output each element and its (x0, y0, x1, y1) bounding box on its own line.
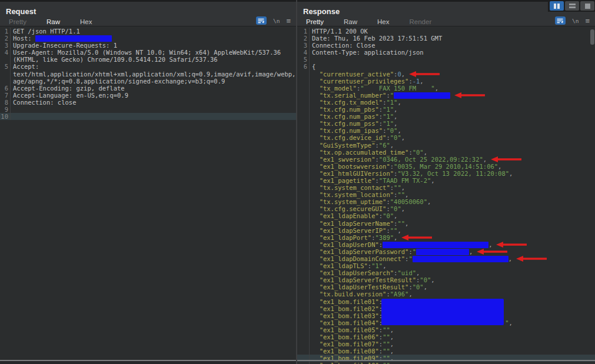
soft-wrap-icon[interactable] (555, 16, 566, 25)
code-line[interactable]: 5Accept: (0, 63, 296, 70)
line-number (0, 78, 11, 85)
code-line[interactable]: "tx.cfg.num_pss":"1", (297, 120, 595, 127)
code-line[interactable]: "tx.system_contact":"", (297, 184, 595, 191)
code-line[interactable]: 4User-Agent: Mozilla/5.0 (Windows NT 10.… (0, 49, 296, 56)
code-line[interactable]: "ex1_ldapServerName":"", (297, 220, 595, 227)
line-number (297, 71, 310, 78)
code-line[interactable]: "ex1_ldapServerTestResult":"0", (297, 276, 595, 283)
line-number: 5 (0, 63, 11, 70)
code-line-text: Content-Type: application/json (310, 49, 595, 56)
code-line-text: "tx.cfg.tx_model":"1", (310, 99, 595, 106)
layout-button-group (548, 0, 595, 12)
code-line-text: "tx.cfg.device_id":"0", (310, 134, 595, 141)
code-line[interactable]: "ex1_ldapUserSearch":"uid", (297, 269, 595, 276)
line-number: 1 (0, 28, 11, 35)
code-line-text: "ex1_pagetitle":"TAAD FM TX-2", (310, 177, 595, 184)
code-line[interactable]: 6{ (297, 63, 595, 70)
code-line[interactable]: "currentuser_active":0, (297, 71, 595, 78)
code-line[interactable]: "tx_model":" FAX 150 FM ", (297, 85, 595, 92)
request-tabs: PrettyRawHex (6, 16, 109, 26)
code-line[interactable]: "ex1_swversion":"0346, Oct 25 2022,09:22… (297, 156, 595, 163)
code-line[interactable]: "ex1_ldapPort":"389", (297, 234, 595, 241)
code-line-text: Connection: close (11, 99, 296, 106)
code-line[interactable]: "tx.cfg.device_id":"0", (297, 134, 595, 141)
code-line[interactable]: "GuiSystemType":"6", (297, 142, 595, 149)
newline-toggle[interactable]: \n (273, 18, 280, 24)
panel-title: Response (303, 7, 340, 16)
code-line[interactable]: 6Accept-Encoding: gzip, deflate (0, 85, 296, 92)
code-line[interactable]: 10 (0, 113, 296, 120)
editor-menu-icon[interactable]: ≡ (286, 17, 291, 25)
redaction-overlay (413, 256, 508, 262)
soft-wrap-icon[interactable] (256, 16, 267, 25)
code-line[interactable]: "ex1_ldapDomainConnect":", (297, 255, 595, 262)
code-line[interactable]: "ex1_bom.file08":"", (297, 348, 595, 355)
line-number (297, 205, 310, 212)
code-line[interactable]: "tx.system_location":"", (297, 191, 595, 198)
code-line-text: "currentuser_privileges":-1, (310, 78, 595, 85)
line-number (297, 305, 310, 312)
editor-bottom-divider (297, 360, 595, 361)
line-number: 9 (0, 106, 11, 113)
scrollbar-thumb[interactable] (590, 29, 594, 45)
code-line[interactable]: 2Date: Thu, 16 Feb 2023 17:51:51 GMT (297, 35, 595, 42)
tab-hex[interactable]: Hex (374, 18, 392, 26)
code-line[interactable]: 4Content-Type: application/json (297, 49, 595, 56)
code-line[interactable]: "ex1_ldapUserTestResult":"0", (297, 283, 595, 290)
code-line[interactable]: "tx.build.version":"A96", (297, 290, 595, 298)
code-line[interactable]: 9 (0, 106, 296, 113)
code-line[interactable]: "tx.cfg.num_pas":"1", (297, 113, 595, 120)
code-line[interactable]: "ex1_ldapServerPassword":", (297, 248, 595, 255)
code-line[interactable]: "ex1_htmlGUIVersion":"V3.32, Oct 13 2022… (297, 170, 595, 177)
code-line[interactable]: "tx.cfg.num_pbs":"1", (297, 106, 595, 113)
code-line-text (11, 113, 296, 120)
code-line[interactable]: "tx.serial_number":" (297, 92, 595, 99)
code-line[interactable]: (KHTML, like Gecko) Chrome/109.0.5414.12… (0, 56, 296, 63)
request-editor[interactable]: 1GET /json HTTP/1.12Host: 3Upgrade-Insec… (0, 26, 296, 364)
code-line[interactable]: 7Accept-Language: en-US,en;q=0.9 (0, 92, 296, 99)
code-line-text: "ex1_ldapUserSearch":"uid", (310, 269, 595, 276)
code-line[interactable]: 1HTTP/1.1 200 OK (297, 28, 595, 35)
layout-columns-button[interactable] (550, 1, 564, 11)
code-line[interactable]: "ex1_ldapEnable":"0", (297, 212, 595, 219)
code-line-text: User-Agent: Mozilla/5.0 (Windows NT 10.0… (11, 49, 296, 56)
tab-render[interactable]: Render (407, 18, 435, 26)
code-line[interactable]: "tx.cfg.num_ipas":"0", (297, 127, 595, 134)
code-line[interactable]: "ex1_ldapServerIP":"", (297, 227, 595, 234)
line-number: 2 (297, 35, 310, 42)
editor-menu-icon[interactable]: ≡ (585, 17, 590, 25)
code-line[interactable]: 3Upgrade-Insecure-Requests: 1 (0, 42, 296, 49)
code-line[interactable]: "ex1_bom.file07":"", (297, 340, 595, 348)
code-line[interactable]: 5 (297, 56, 595, 63)
code-line[interactable]: 2Host: (0, 35, 296, 42)
code-line[interactable]: "ex1_ldapUserDN":, (297, 241, 595, 248)
tab-raw[interactable]: Raw (341, 18, 360, 26)
code-line[interactable]: "ex1_bom.file10":"" (297, 362, 595, 364)
line-number (297, 283, 310, 290)
code-line[interactable]: "ex1_ldapTLS":"1", (297, 262, 595, 269)
code-line[interactable]: "currentuser_privileges":-1, (297, 78, 595, 85)
code-line[interactable]: 8Connection: close (0, 99, 296, 106)
layout-single-button[interactable] (580, 1, 594, 11)
code-line[interactable]: "tx.cfg.secureGUI":"0", (297, 205, 595, 212)
newline-toggle[interactable]: \n (572, 18, 579, 24)
code-line-text: "tx.build.version":"A96", (310, 290, 595, 298)
tab-pretty[interactable]: Pretty (6, 18, 29, 26)
code-line[interactable]: text/html,application/xhtml+xml,applicat… (0, 71, 296, 78)
response-editor[interactable]: 1HTTP/1.1 200 OK2Date: Thu, 16 Feb 2023 … (297, 26, 595, 364)
layout-stacked-button[interactable] (565, 1, 579, 11)
code-line[interactable]: "tx.system_uptime":"40050060", (297, 198, 595, 205)
columns-icon (554, 4, 556, 9)
code-line[interactable]: "tx.cfg.tx_model":"1", (297, 99, 595, 106)
line-number (297, 319, 310, 326)
code-line[interactable]: age/apng,*/*;q=0.8,application/signed-ex… (0, 78, 296, 85)
code-line[interactable]: "ex1_pagetitle":"TAAD FM TX-2", (297, 177, 595, 184)
code-line[interactable]: "ex1_bootswversion":"0035, Mar 29 2010,1… (297, 163, 595, 170)
code-line[interactable]: "tx.op.accumulated_time":"0", (297, 149, 595, 156)
code-line[interactable]: 3Connection: Close (297, 42, 595, 49)
line-number: 4 (0, 49, 11, 56)
tab-hex[interactable]: Hex (77, 18, 95, 26)
code-line[interactable]: "ex1_bom.file05":"", (297, 326, 595, 333)
code-line[interactable]: "ex1_bom.file06":"", (297, 333, 595, 340)
code-line[interactable]: 1GET /json HTTP/1.1 (0, 28, 296, 35)
